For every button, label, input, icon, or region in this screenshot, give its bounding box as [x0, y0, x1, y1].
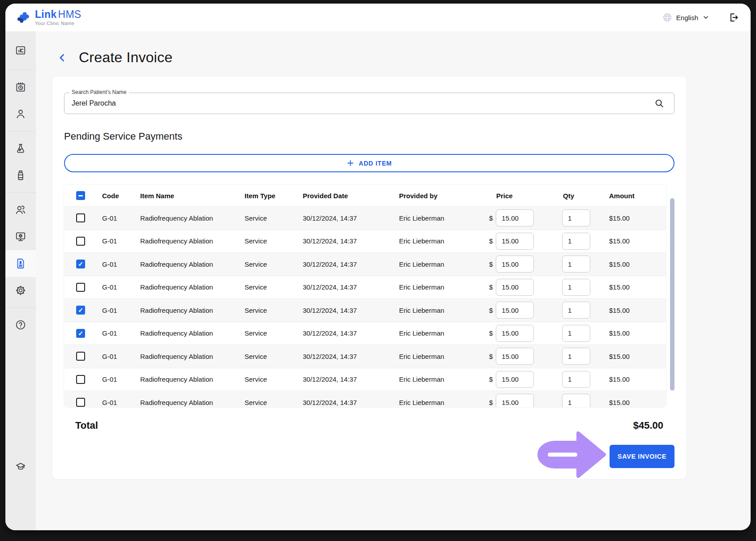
qty-input[interactable]: [562, 325, 590, 342]
col-header-qty: Qty: [552, 192, 601, 200]
row-checkbox[interactable]: [76, 283, 85, 292]
section-title: Pending Service Payments: [64, 130, 674, 143]
cell-item-type: Service: [245, 237, 303, 245]
sidebar-item-staff[interactable]: [5, 196, 36, 223]
row-checkbox[interactable]: [76, 306, 85, 315]
sidebar-item-dashboard[interactable]: [5, 35, 36, 66]
table-scrollbar[interactable]: [670, 198, 674, 391]
col-header-item-name: Item Name: [140, 192, 245, 200]
row-checkbox[interactable]: [76, 213, 85, 222]
language-selector[interactable]: English: [662, 13, 709, 22]
select-all-checkbox[interactable]: [76, 191, 85, 200]
row-checkbox[interactable]: [76, 237, 85, 246]
cell-provided-date: 30/12/2024, 14:37: [303, 375, 399, 383]
row-checkbox[interactable]: [76, 329, 85, 338]
sidebar-item-help[interactable]: [5, 311, 36, 338]
qty-input[interactable]: [562, 371, 590, 388]
chevron-down-icon: [702, 14, 709, 21]
pending-payments-table: Code Item Name Item Type Provided Date P…: [64, 185, 666, 407]
sidebar-item-appointments[interactable]: [5, 74, 36, 101]
price-input[interactable]: [496, 256, 534, 273]
top-bar: LinkHMS Your Clinic Name English: [5, 4, 751, 31]
sidebar-item-billing-invoices[interactable]: [5, 250, 36, 277]
qty-input[interactable]: [562, 279, 590, 296]
qty-input[interactable]: [562, 256, 590, 273]
patients-icon: [15, 108, 26, 120]
qty-input[interactable]: [562, 394, 590, 407]
workstation-icon: [15, 231, 26, 243]
table-row: G-01 Radiofrequency Ablation Service 30/…: [64, 230, 666, 253]
brand-cross-icon: [17, 11, 30, 24]
row-checkbox[interactable]: [76, 398, 85, 407]
cell-item-type: Service: [245, 329, 303, 337]
page-title: Create Invoice: [79, 49, 172, 66]
patient-search-label: Search Patient’s Name: [69, 89, 129, 95]
cell-provided-by: Eric Lieberman: [399, 399, 485, 406]
save-invoice-button[interactable]: SAVE INVOICE: [610, 445, 674, 468]
row-checkbox[interactable]: [76, 260, 85, 268]
row-checkbox[interactable]: [76, 352, 85, 361]
add-item-label: ADD ITEM: [359, 160, 392, 167]
row-checkbox[interactable]: [76, 375, 85, 384]
table-header-row: Code Item Name Item Type Provided Date P…: [64, 185, 666, 206]
cell-amount: $15.00: [601, 283, 666, 291]
cell-item-type: Service: [245, 375, 303, 383]
table-row: G-01 Radiofrequency Ablation Service 30/…: [64, 298, 666, 322]
logout-button[interactable]: [728, 12, 739, 23]
cell-item-name: Radiofrequency Ablation: [140, 237, 245, 245]
back-button[interactable]: [57, 53, 67, 63]
staff-icon: [15, 204, 26, 216]
cell-provided-date: 30/12/2024, 14:37: [303, 260, 399, 268]
sidebar-item-pharmacy[interactable]: [5, 162, 36, 189]
cell-item-name: Radiofrequency Ablation: [140, 214, 245, 222]
price-input[interactable]: [496, 325, 534, 342]
cell-provided-date: 30/12/2024, 14:37: [303, 329, 399, 337]
price-input[interactable]: [496, 371, 534, 388]
cell-amount: $15.00: [601, 353, 666, 360]
cell-provided-by: Eric Lieberman: [399, 307, 485, 314]
sidebar-item-patients[interactable]: [5, 101, 36, 128]
price-input[interactable]: [496, 279, 534, 296]
cell-provided-date: 30/12/2024, 14:37: [303, 307, 399, 314]
currency-sign: $: [489, 353, 493, 360]
price-input[interactable]: [496, 233, 534, 250]
cell-provided-by: Eric Lieberman: [399, 353, 485, 360]
col-header-provided-by: Provided by: [399, 192, 485, 200]
table-body: G-01 Radiofrequency Ablation Service 30/…: [64, 206, 666, 407]
patient-search-field: Search Patient’s Name: [64, 93, 674, 114]
main-area: Create Invoice Search Patient’s Name Pen…: [36, 31, 751, 530]
cell-code: G-01: [102, 237, 140, 245]
price-input[interactable]: [496, 394, 534, 407]
pharmacy-bottle-icon: [15, 170, 26, 181]
invoice-card: Search Patient’s Name Pending Service Pa…: [52, 77, 686, 479]
qty-input[interactable]: [562, 302, 590, 319]
cell-item-type: Service: [245, 260, 303, 268]
price-input[interactable]: [496, 209, 534, 226]
price-input[interactable]: [496, 348, 534, 365]
language-label: English: [676, 14, 698, 21]
help-icon: [15, 319, 26, 331]
currency-sign: $: [489, 399, 493, 406]
search-button[interactable]: [654, 98, 674, 108]
cell-provided-by: Eric Lieberman: [399, 329, 485, 337]
qty-input[interactable]: [562, 233, 590, 250]
qty-input[interactable]: [562, 209, 590, 226]
laboratory-flask-icon: [15, 143, 26, 154]
add-item-button[interactable]: ADD ITEM: [64, 154, 674, 172]
qty-input[interactable]: [562, 348, 590, 365]
sidebar-item-workstation[interactable]: [5, 223, 36, 250]
price-input[interactable]: [496, 302, 534, 319]
table-row: G-01 Radiofrequency Ablation Service 30/…: [64, 276, 666, 299]
sidebar-item-settings[interactable]: [5, 277, 36, 304]
cell-provided-by: Eric Lieberman: [399, 214, 485, 222]
currency-sign: $: [489, 329, 493, 337]
cell-amount: $15.00: [601, 214, 666, 222]
col-header-price: Price: [485, 192, 552, 200]
cell-amount: $15.00: [601, 329, 666, 337]
brand-tagline: Your Clinic Name: [35, 21, 82, 26]
total-label: Total: [75, 420, 98, 431]
cell-item-type: Service: [245, 307, 303, 314]
sidebar-item-education[interactable]: [5, 453, 36, 480]
patient-search-input[interactable]: [64, 99, 654, 107]
sidebar-item-laboratory[interactable]: [5, 135, 36, 162]
